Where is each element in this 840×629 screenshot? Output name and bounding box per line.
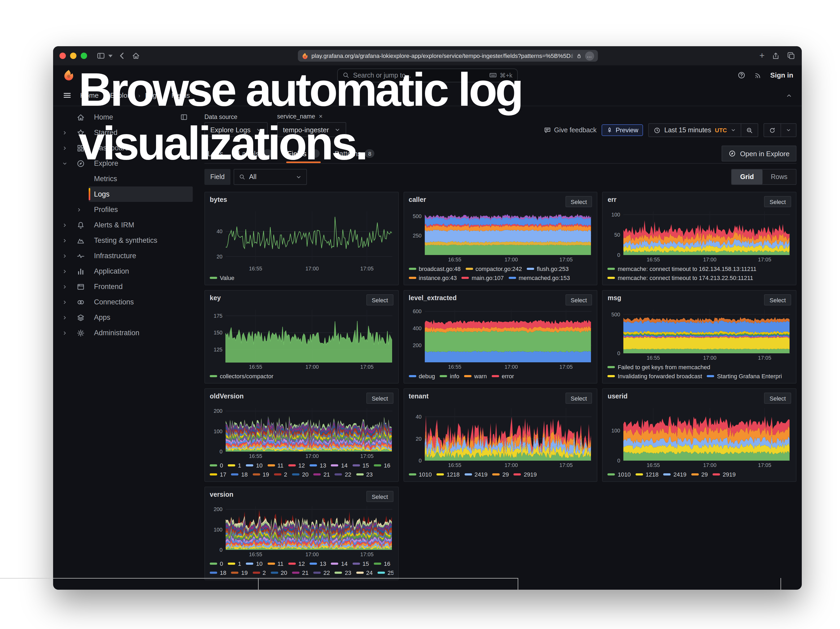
legend-item[interactable]: 20 (270, 569, 287, 575)
search-bar[interactable]: Search or jump to... ⌘+k (337, 68, 518, 82)
refresh-button[interactable] (764, 123, 781, 137)
select-button[interactable]: Select (565, 294, 592, 305)
give-feedback-link[interactable]: Give feedback (543, 126, 597, 134)
service-name-select[interactable]: tempo-ingester (277, 122, 346, 137)
tab-labels[interactable]: Labels (238, 144, 273, 163)
dock-sidebar-icon[interactable] (180, 113, 188, 121)
legend-item[interactable]: 12 (288, 462, 305, 468)
legend-item[interactable]: 22 (335, 471, 352, 477)
legend-item[interactable]: error (492, 373, 514, 379)
legend-item[interactable]: debug (409, 373, 435, 379)
select-button[interactable]: Select (565, 196, 592, 207)
legend-item[interactable]: 23 (335, 569, 352, 575)
legend-item[interactable]: 2 (274, 471, 287, 477)
legend-item[interactable]: 1 (228, 560, 241, 567)
legend-item[interactable]: compactor.go:242 (466, 266, 522, 272)
legend-item[interactable]: 13 (309, 462, 326, 468)
chevron-right-icon[interactable] (62, 145, 68, 151)
legend-item[interactable]: 16 (374, 462, 390, 468)
breadcrumb-item[interactable]: Fields (172, 92, 190, 100)
share-icon[interactable] (772, 52, 780, 60)
legend-item[interactable]: 2 (253, 569, 266, 575)
legend-item[interactable]: 0 (210, 560, 223, 567)
select-button[interactable]: Select (764, 393, 791, 404)
panel-chart[interactable]: 010020016:5517:0017:05 (210, 504, 393, 558)
field-search-select[interactable]: All (234, 169, 307, 185)
legend-item[interactable]: 29 (691, 471, 708, 477)
grafana-logo[interactable] (63, 69, 75, 81)
breadcrumb-item[interactable]: Home (80, 92, 98, 100)
breadcrumb-item[interactable]: Logs (145, 92, 160, 100)
legend-item[interactable]: 1010 (409, 471, 432, 477)
browser-sidebar-icon[interactable] (96, 52, 105, 60)
sign-in-link[interactable]: Sign in (770, 71, 793, 79)
refresh-interval-button[interactable] (781, 123, 796, 137)
new-tab-icon[interactable]: + (759, 52, 764, 60)
sidebar-item-infrastructure[interactable]: Infrastructure (53, 248, 196, 264)
chevron-right-icon[interactable] (62, 253, 68, 258)
url-bar[interactable]: play.grafana.org/a/grafana-lokiexplore-a… (298, 50, 598, 62)
legend-item[interactable]: 12 (288, 560, 305, 567)
legend-item[interactable]: 14 (331, 560, 348, 567)
chevron-down-icon[interactable] (62, 161, 68, 166)
panel-chart[interactable]: 05010016:5517:0017:05 (608, 209, 791, 263)
view-option-rows[interactable]: Rows (762, 169, 796, 184)
chevron-right-icon[interactable] (62, 269, 68, 274)
legend-item[interactable]: instance.go:43 (409, 274, 456, 281)
site-settings-icon[interactable]: … (585, 51, 594, 60)
time-range-picker[interactable]: Last 15 minutes UTC (648, 123, 741, 137)
sidebar-item-starred[interactable]: Starred (53, 125, 196, 140)
legend-item[interactable]: 11 (267, 462, 284, 468)
panel-chart[interactable]: 25050016:5517:0017:05 (409, 209, 592, 263)
select-button[interactable]: Select (366, 393, 393, 404)
legend-item[interactable]: 14 (331, 462, 348, 468)
select-button[interactable]: Select (764, 294, 791, 305)
tab-patterns[interactable]: Patterns8 (335, 144, 374, 163)
legend-item[interactable]: memcache: connect timeout to 174.213.22.… (608, 274, 753, 281)
legend-item[interactable]: memcache: connect timeout to 162.134.158… (608, 266, 756, 272)
back-icon[interactable] (118, 52, 126, 60)
view-option-grid[interactable]: Grid (732, 169, 762, 184)
chevron-right-icon[interactable] (62, 238, 68, 243)
sidebar-item-explore[interactable]: Explore (53, 156, 196, 171)
panel-chart[interactable]: 010016:5517:0017:05 (608, 405, 791, 469)
legend-item[interactable]: warn (464, 373, 487, 379)
select-button[interactable]: Select (366, 491, 393, 502)
panel-chart[interactable]: 050016:5517:0017:05 (608, 307, 791, 361)
panel-chart[interactable]: 12515017516:5517:0017:05 (210, 307, 393, 370)
legend-item[interactable]: 24 (356, 569, 373, 575)
legend-item[interactable]: 21 (313, 471, 330, 477)
legend-item[interactable]: 20 (292, 471, 309, 477)
legend-item[interactable]: 17 (210, 471, 226, 477)
open-in-explore-button[interactable]: Open in Explore (722, 145, 796, 161)
chevron-right-icon[interactable] (62, 130, 68, 135)
legend-item[interactable]: main.go:107 (461, 274, 504, 281)
legend-item[interactable]: broadcast.go:48 (409, 266, 461, 272)
legend-item[interactable]: 11 (267, 560, 284, 567)
legend-item[interactable]: 10 (246, 462, 263, 468)
legend-item[interactable]: 1010 (608, 471, 631, 477)
sidebar-item-logs[interactable]: Logs (53, 186, 196, 202)
sidebar-item-home[interactable]: Home (53, 109, 196, 125)
sidebar-item-frontend[interactable]: Frontend (53, 279, 196, 294)
select-button[interactable]: Select (565, 393, 592, 404)
legend-item[interactable]: 22 (313, 569, 330, 575)
sidebar-item-metrics[interactable]: Metrics (53, 171, 196, 186)
legend-item[interactable]: flush.go:253 (527, 266, 569, 272)
legend-item[interactable]: Failed to get keys from memcached (608, 363, 711, 370)
menu-icon[interactable] (63, 91, 72, 100)
legend-item[interactable]: 18 (231, 471, 248, 477)
legend-item[interactable]: 18 (210, 569, 226, 575)
chevron-right-icon[interactable] (62, 284, 68, 289)
legend-item[interactable]: 2419 (663, 471, 687, 477)
close-window-icon[interactable] (60, 52, 66, 59)
legend-item[interactable]: 2419 (464, 471, 488, 477)
zoom-out-button[interactable] (741, 123, 758, 137)
sidebar-item-connections[interactable]: Connections (53, 294, 196, 310)
sidebar-item-administration[interactable]: Administration (53, 325, 196, 341)
tab-fields[interactable]: Fields (287, 144, 320, 163)
chevron-right-icon[interactable] (62, 315, 68, 320)
help-icon[interactable] (737, 71, 745, 79)
legend-item[interactable]: 25 (377, 569, 393, 575)
legend-item[interactable]: 1 (228, 462, 241, 468)
